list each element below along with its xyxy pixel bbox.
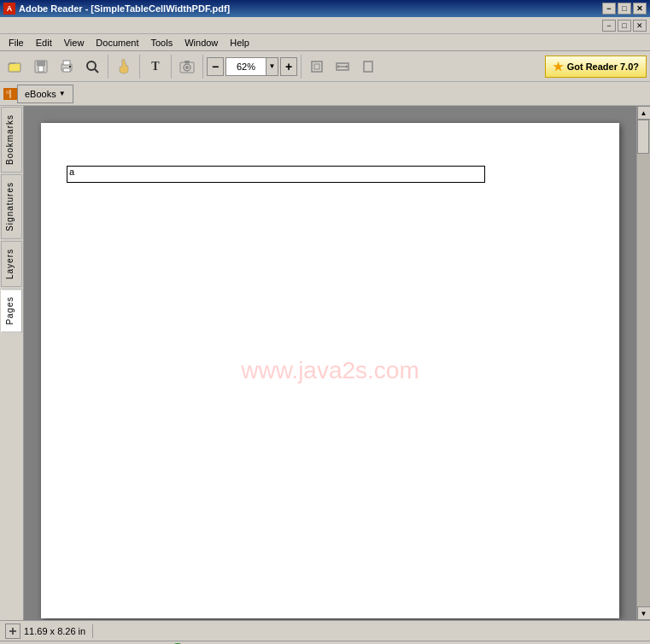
right-scrollbar[interactable]: ▲ ▼ <box>636 106 650 620</box>
svg-rect-13 <box>184 61 190 63</box>
ebooks-dropdown-arrow: ▼ <box>59 90 66 97</box>
open-button[interactable] <box>3 55 27 79</box>
scroll-track[interactable] <box>637 120 651 606</box>
watermark: www.java2s.com <box>241 357 419 384</box>
app-icon-letter: A <box>7 4 13 13</box>
svg-rect-0 <box>9 63 20 72</box>
table-cell-a: a <box>67 165 76 179</box>
scroll-up-button[interactable]: ▲ <box>637 106 651 120</box>
status-separator <box>92 624 93 638</box>
minimize-button[interactable]: − <box>602 3 616 15</box>
fit-width-button[interactable] <box>331 55 354 79</box>
maximize-button[interactable]: □ <box>618 3 631 15</box>
hand-tool-button[interactable] <box>112 55 136 79</box>
svg-rect-3 <box>38 66 44 72</box>
inner-title-bar: − □ ✕ <box>0 17 650 34</box>
zoom-plus-button[interactable]: + <box>280 57 297 76</box>
menu-view[interactable]: View <box>59 36 90 50</box>
inner-close-button[interactable]: ✕ <box>633 20 647 32</box>
title-bar-text: Adobe Reader - [SimpleTableCellWidthPDF.… <box>19 3 230 14</box>
toolbar-separator-1 <box>108 55 108 79</box>
svg-rect-6 <box>63 68 70 72</box>
menu-edit[interactable]: Edit <box>31 36 57 50</box>
svg-point-8 <box>87 61 96 70</box>
ebooks-toolbar: eBooks ▼ <box>0 82 650 106</box>
bookmarks-tab[interactable]: Bookmarks <box>1 107 22 173</box>
scroll-down-button[interactable]: ▼ <box>637 606 651 620</box>
menu-tools[interactable]: Tools <box>146 36 179 50</box>
nav-bar: ◀ ◀◀ ◀ 1 of 1 ▶ ▶▶ ▶ ▶ <box>0 641 650 644</box>
svg-rect-5 <box>63 61 70 65</box>
left-panel: Bookmarks Signatures Layers Pages <box>0 106 24 620</box>
pdf-scroll-area[interactable]: a www.java2s.com <box>24 106 636 620</box>
signatures-tab[interactable]: Signatures <box>1 174 22 239</box>
inner-maximize-button[interactable]: □ <box>618 20 631 32</box>
text-tool-button[interactable]: T <box>143 55 167 79</box>
page-dimensions: 11.69 x 8.26 in <box>24 626 85 636</box>
pages-tab[interactable]: Pages <box>1 289 22 332</box>
toolbar-separator-2 <box>139 55 140 79</box>
close-button[interactable]: ✕ <box>633 3 647 15</box>
toolbar-separator-5 <box>301 55 302 79</box>
star-icon: ★ <box>553 60 564 73</box>
zoom-area: − ▼ + <box>207 57 297 76</box>
fit-visible-button[interactable] <box>356 55 380 79</box>
toolbar-separator-3 <box>171 55 172 79</box>
app-icon: A <box>3 3 15 15</box>
got-reader-button[interactable]: ★ Got Reader 7.0? <box>545 56 647 78</box>
zoom-dropdown-arrow: ▼ <box>269 62 276 70</box>
menu-document[interactable]: Document <box>91 36 143 50</box>
save-button[interactable] <box>29 55 53 79</box>
menu-file[interactable]: File <box>3 36 29 50</box>
zoom-input-group: ▼ <box>225 57 278 76</box>
ebooks-icon <box>3 88 17 100</box>
toolbar-separator-4 <box>202 55 203 79</box>
main-area: Bookmarks Signatures Layers Pages a www.… <box>0 106 650 620</box>
got-reader-label: Got Reader 7.0? <box>567 61 639 72</box>
toolbar: T − ▼ + ★ Got Reader 7.0? <box>0 51 650 82</box>
svg-rect-20 <box>364 61 372 72</box>
svg-point-12 <box>185 66 189 69</box>
layers-tab[interactable]: Layers <box>1 241 22 287</box>
svg-line-9 <box>95 69 98 73</box>
status-bar: 11.69 x 8.26 in <box>0 620 650 641</box>
print-button[interactable] <box>55 55 79 79</box>
ebooks-dropdown-button[interactable]: eBooks ▼ <box>17 85 73 103</box>
status-icon-button[interactable] <box>5 624 20 639</box>
inner-minimize-button[interactable]: − <box>602 20 616 32</box>
zoom-dropdown-button[interactable]: ▼ <box>266 57 278 76</box>
scroll-thumb[interactable] <box>637 120 649 154</box>
title-bar-left: A Adobe Reader - [SimpleTableCellWidthPD… <box>3 3 230 15</box>
title-bar: A Adobe Reader - [SimpleTableCellWidthPD… <box>0 0 650 17</box>
snapshot-button[interactable] <box>175 55 199 79</box>
menu-help[interactable]: Help <box>225 36 255 50</box>
svg-rect-2 <box>37 61 45 66</box>
fit-page-button[interactable] <box>305 55 329 79</box>
pdf-table-row: a <box>67 166 485 183</box>
pdf-page: a www.java2s.com <box>41 123 619 618</box>
search-button[interactable] <box>80 55 104 79</box>
zoom-input[interactable] <box>225 57 266 76</box>
menu-bar: File Edit View Document Tools Window Hel… <box>0 34 650 51</box>
ebooks-button-group: eBooks ▼ <box>3 85 73 103</box>
menu-window[interactable]: Window <box>179 36 223 50</box>
title-bar-buttons[interactable]: − □ ✕ <box>602 3 647 15</box>
ebooks-label: eBooks <box>25 89 56 99</box>
svg-rect-7 <box>69 66 71 67</box>
svg-rect-15 <box>314 64 319 69</box>
zoom-minus-button[interactable]: − <box>207 57 224 76</box>
